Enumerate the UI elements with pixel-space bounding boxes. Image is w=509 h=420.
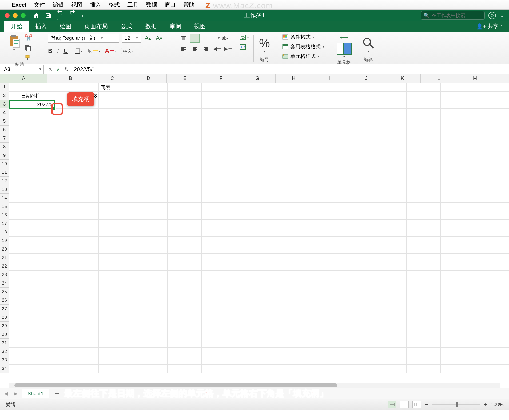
cell-G18[interactable] [236, 228, 270, 237]
cell-C29[interactable] [99, 322, 133, 330]
row-header-9[interactable]: 9 [0, 151, 9, 160]
cell-M25[interactable] [440, 288, 475, 296]
cell-H21[interactable] [270, 254, 304, 262]
cell-J7[interactable] [338, 134, 372, 143]
cell-B18[interactable] [54, 228, 99, 237]
cell-K34[interactable] [372, 365, 406, 373]
cell-D25[interactable] [133, 288, 167, 296]
cell-G23[interactable] [236, 271, 270, 279]
prev-sheet-icon[interactable]: ◀ [3, 391, 10, 397]
cell-L6[interactable] [406, 126, 440, 134]
cell-D8[interactable] [133, 143, 167, 151]
cell-M3[interactable] [440, 100, 475, 109]
cell-J27[interactable] [338, 305, 372, 313]
cell-H24[interactable] [270, 279, 304, 288]
row-header-12[interactable]: 12 [0, 177, 9, 185]
cell-E28[interactable] [167, 313, 201, 322]
cell-E15[interactable] [167, 203, 201, 211]
font-name-combo[interactable]: 等线 Regular (正文)▼ [48, 34, 119, 43]
cell-G29[interactable] [236, 322, 270, 330]
cell-A26[interactable] [9, 296, 54, 305]
cell-C30[interactable] [99, 330, 133, 339]
cell-M9[interactable] [440, 151, 475, 160]
bold-button[interactable]: B [48, 47, 52, 54]
save-icon[interactable] [45, 13, 51, 18]
cell-M29[interactable] [440, 322, 475, 330]
cell-M23[interactable] [440, 271, 475, 279]
cell-L19[interactable] [406, 237, 440, 245]
cell-A6[interactable] [9, 126, 54, 134]
align-right-icon[interactable] [201, 44, 211, 53]
cell-I11[interactable] [304, 168, 338, 177]
cell-J22[interactable] [338, 262, 372, 271]
cell-L22[interactable] [406, 262, 440, 271]
col-header-M[interactable]: M [457, 74, 493, 83]
cell-E12[interactable] [167, 177, 201, 185]
formula-input[interactable]: 2022/5/1 [71, 66, 499, 72]
cell-I6[interactable] [304, 126, 338, 134]
cell-E4[interactable] [167, 109, 201, 117]
cell-E6[interactable] [167, 126, 201, 134]
cell-F24[interactable] [201, 279, 236, 288]
cell-D17[interactable] [133, 220, 167, 228]
col-header-B[interactable]: B [47, 74, 94, 83]
cell-H11[interactable] [270, 168, 304, 177]
cell-L14[interactable] [406, 194, 440, 203]
cell-A4[interactable] [9, 109, 54, 117]
name-box[interactable]: A3▼ [1, 65, 44, 74]
row-header-28[interactable]: 28 [0, 313, 9, 322]
cell-D27[interactable] [133, 305, 167, 313]
cell-E16[interactable] [167, 211, 201, 220]
app-name[interactable]: Excel [12, 2, 26, 8]
menu-window[interactable]: 窗口 [165, 1, 176, 9]
col-header-K[interactable]: K [384, 74, 421, 83]
cell-H33[interactable] [270, 356, 304, 365]
cell-I26[interactable] [304, 296, 338, 305]
cell-D16[interactable] [133, 211, 167, 220]
row-header-33[interactable]: 33 [0, 356, 9, 364]
cell-K31[interactable] [372, 339, 406, 348]
cell-A31[interactable] [9, 339, 54, 348]
col-header-G[interactable]: G [239, 74, 276, 83]
cell-C19[interactable] [99, 237, 133, 245]
cell-L3[interactable] [406, 100, 440, 109]
cell-B24[interactable] [54, 279, 99, 288]
cell-G22[interactable] [236, 262, 270, 271]
cell-M16[interactable] [440, 211, 475, 220]
add-sheet-icon[interactable]: + [52, 389, 62, 398]
cell-I20[interactable] [304, 245, 338, 254]
cell-E33[interactable] [167, 356, 201, 365]
cell-E34[interactable] [167, 365, 201, 373]
col-header-L[interactable]: L [421, 74, 457, 83]
cell-D15[interactable] [133, 203, 167, 211]
cell-B29[interactable] [54, 322, 99, 330]
cell-B9[interactable] [54, 151, 99, 160]
cell-C8[interactable] [99, 143, 133, 151]
cell-L1[interactable] [406, 83, 440, 92]
cell-B1[interactable] [54, 83, 99, 92]
cell-N11[interactable] [475, 168, 509, 177]
cell-D4[interactable] [133, 109, 167, 117]
cell-D14[interactable] [133, 194, 167, 203]
cell-F15[interactable] [201, 203, 236, 211]
cell-A33[interactable] [9, 356, 54, 365]
cell-N23[interactable] [475, 271, 509, 279]
cell-B28[interactable] [54, 313, 99, 322]
chevron-down-icon[interactable]: ▼ [39, 67, 42, 71]
copy-icon[interactable] [25, 45, 33, 51]
row-header-4[interactable]: 4 [0, 108, 9, 117]
cell-L13[interactable] [406, 185, 440, 194]
paste-button[interactable]: ▼ [6, 34, 22, 52]
cell-E10[interactable] [167, 160, 201, 168]
cell-B14[interactable] [54, 194, 99, 203]
cell-B33[interactable] [54, 356, 99, 365]
col-header-A[interactable]: A [0, 74, 47, 83]
cell-E5[interactable] [167, 117, 201, 126]
cell-F4[interactable] [201, 109, 236, 117]
close-window-icon[interactable] [5, 13, 10, 18]
number-format-button[interactable]: % ▼ [257, 37, 272, 53]
cell-A18[interactable] [9, 228, 54, 237]
cell-H9[interactable] [270, 151, 304, 160]
underline-button[interactable]: U▾ [63, 47, 70, 54]
cell-M15[interactable] [440, 203, 475, 211]
